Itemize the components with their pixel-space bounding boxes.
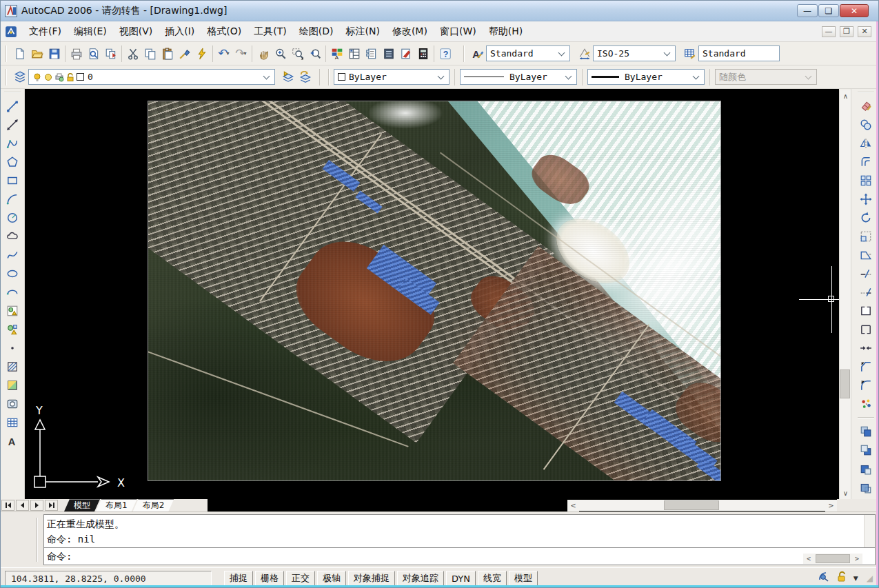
point-button[interactable] bbox=[4, 339, 21, 356]
redo-dropdown-arrow[interactable]: ▾ bbox=[244, 50, 247, 57]
scrollbar-thumb[interactable] bbox=[816, 554, 850, 563]
break-at-point-button[interactable] bbox=[857, 302, 874, 319]
vertical-scrollbar[interactable]: ∧ ∨ bbox=[839, 90, 851, 499]
mdi-minimize-button[interactable]: — bbox=[822, 26, 836, 37]
zoom-realtime-button[interactable] bbox=[272, 45, 289, 62]
grid-toggle[interactable]: 栅格 bbox=[255, 571, 284, 586]
first-tab-button[interactable] bbox=[1, 500, 14, 511]
lineweight-toggle[interactable]: 线宽 bbox=[478, 571, 507, 586]
last-tab-button[interactable] bbox=[45, 500, 58, 511]
sheet-set-manager-button[interactable] bbox=[380, 45, 397, 62]
scroll-left-arrow[interactable]: < bbox=[567, 500, 579, 511]
text-style-button[interactable]: A bbox=[469, 45, 486, 62]
scroll-right-arrow[interactable]: > bbox=[851, 555, 862, 562]
menu-modify[interactable]: 修改(M) bbox=[386, 23, 434, 40]
scroll-up-arrow[interactable]: ∧ bbox=[840, 90, 851, 102]
publish-button[interactable] bbox=[102, 45, 119, 62]
table-button[interactable] bbox=[4, 414, 21, 431]
zoom-previous-button[interactable] bbox=[306, 45, 323, 62]
vertical-scrollbar-thumb[interactable] bbox=[840, 369, 850, 398]
command-input-scrollbar[interactable]: < > bbox=[803, 554, 862, 564]
layer-freeze-sun-icon[interactable] bbox=[43, 72, 53, 82]
table-style-combobox[interactable]: Standard bbox=[698, 45, 780, 61]
markup-set-manager-button[interactable] bbox=[397, 45, 414, 62]
make-block-button[interactable] bbox=[4, 321, 21, 338]
communication-center-icon[interactable] bbox=[818, 571, 830, 586]
spline-button[interactable] bbox=[4, 246, 21, 263]
previous-tab-button[interactable] bbox=[16, 500, 29, 511]
toolbar-lock-icon[interactable] bbox=[836, 571, 848, 586]
open-button[interactable] bbox=[28, 45, 46, 62]
tab-layout2[interactable]: 布局2 bbox=[133, 499, 174, 511]
tab-model[interactable]: 模型 bbox=[64, 499, 100, 511]
send-under-objects-button[interactable] bbox=[857, 478, 874, 496]
maximize-button[interactable]: ❏ bbox=[818, 4, 839, 17]
next-tab-button[interactable] bbox=[30, 500, 43, 511]
properties-button[interactable]: A bbox=[328, 45, 345, 62]
redo-button[interactable]: ↷▾ bbox=[232, 45, 250, 62]
stretch-button[interactable] bbox=[857, 246, 874, 263]
extend-button[interactable] bbox=[857, 283, 874, 301]
chamfer-button[interactable] bbox=[857, 358, 874, 375]
menu-edit[interactable]: 编辑(E) bbox=[68, 23, 113, 40]
snap-toggle[interactable]: 捕捉 bbox=[224, 571, 253, 586]
match-properties-button[interactable] bbox=[176, 45, 193, 62]
join-button[interactable] bbox=[857, 339, 874, 356]
menu-help[interactable]: 帮助(H) bbox=[483, 23, 529, 40]
layer-previous-button[interactable] bbox=[296, 68, 314, 85]
menu-insert[interactable]: 插入(I) bbox=[159, 23, 201, 40]
window-resize-grip[interactable]: ◢ bbox=[867, 574, 873, 583]
scale-button[interactable] bbox=[857, 227, 874, 245]
save-button[interactable] bbox=[46, 45, 63, 62]
region-button[interactable] bbox=[4, 395, 21, 412]
dim-style-button[interactable] bbox=[576, 45, 593, 62]
send-to-back-button[interactable] bbox=[857, 441, 874, 458]
ortho-toggle[interactable]: 正交 bbox=[286, 571, 315, 586]
text-style-combobox[interactable]: Standard bbox=[486, 45, 570, 61]
break-button[interactable] bbox=[857, 321, 874, 338]
table-style-button[interactable] bbox=[681, 45, 698, 62]
menu-tools[interactable]: 工具(T) bbox=[247, 23, 292, 40]
arc-button[interactable] bbox=[4, 190, 21, 207]
explode-button[interactable] bbox=[857, 395, 874, 412]
polar-toggle[interactable]: 极轴 bbox=[317, 571, 346, 586]
toolbar-grip[interactable] bbox=[6, 69, 8, 85]
scroll-down-arrow[interactable]: ∨ bbox=[840, 487, 851, 499]
toolbar-grip[interactable] bbox=[4, 92, 21, 94]
scroll-right-arrow[interactable]: > bbox=[825, 500, 837, 511]
layer-lock-icon[interactable] bbox=[65, 72, 75, 82]
toolbar-grip[interactable] bbox=[6, 45, 8, 62]
command-history-scrollbar[interactable] bbox=[864, 515, 875, 547]
layer-plot-icon[interactable] bbox=[54, 72, 64, 82]
undo-button[interactable]: ↶▾ bbox=[215, 45, 232, 62]
layer-combobox[interactable]: 0 bbox=[28, 69, 275, 85]
fillet-button[interactable] bbox=[857, 376, 874, 394]
plot-preview-button[interactable] bbox=[85, 45, 102, 62]
layer-on-bulb-icon[interactable] bbox=[32, 72, 42, 82]
menu-window[interactable]: 窗口(W) bbox=[434, 23, 483, 40]
erase-button[interactable] bbox=[857, 97, 874, 114]
rectangle-button[interactable] bbox=[4, 172, 21, 189]
line-button[interactable] bbox=[4, 97, 21, 114]
toolbar-grip[interactable] bbox=[858, 417, 874, 420]
cut-button[interactable] bbox=[124, 45, 141, 62]
quickcalc-button[interactable] bbox=[414, 45, 432, 62]
bring-above-objects-button[interactable] bbox=[857, 460, 874, 477]
gradient-button[interactable] bbox=[4, 376, 21, 394]
menu-dimension[interactable]: 标注(N) bbox=[340, 23, 386, 40]
layer-properties-manager-button[interactable] bbox=[11, 68, 28, 85]
tool-palettes-button[interactable] bbox=[363, 45, 380, 62]
tray-dropdown-arrow[interactable]: ▼ bbox=[853, 575, 858, 582]
menu-draw[interactable]: 绘图(D) bbox=[293, 23, 340, 40]
color-combobox[interactable]: ByLayer bbox=[334, 69, 449, 85]
menu-file[interactable]: 文件(F) bbox=[23, 23, 68, 40]
mdi-close-button[interactable]: ✕ bbox=[858, 26, 871, 37]
undo-dropdown-arrow[interactable]: ▾ bbox=[227, 50, 230, 57]
toolbar-grip[interactable] bbox=[463, 45, 466, 62]
coordinate-display[interactable]: 104.3811, 28.8225, 0.0000 bbox=[5, 571, 212, 586]
close-button[interactable]: ✕ bbox=[840, 4, 869, 17]
bring-to-front-button[interactable] bbox=[857, 423, 874, 440]
copy-object-button[interactable] bbox=[857, 116, 874, 133]
zoom-window-button[interactable] bbox=[289, 45, 306, 62]
command-window-grip[interactable] bbox=[37, 518, 39, 562]
